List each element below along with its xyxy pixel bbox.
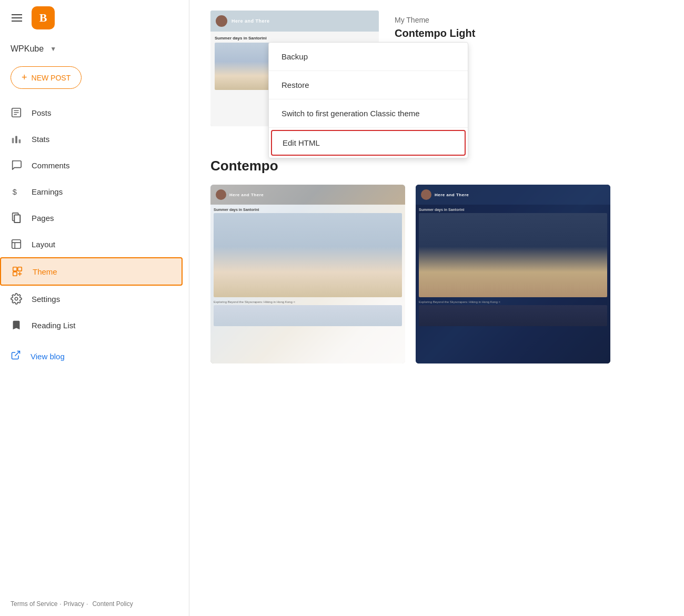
reading-list-icon xyxy=(11,319,22,331)
pages-label: Pages xyxy=(32,214,54,223)
sidebar-header: B xyxy=(0,0,189,36)
sidebar: B WPKube ▼ + NEW POST Posts Stats xyxy=(0,0,189,616)
dropdown-switch-classic[interactable]: Switch to first generation Classic theme xyxy=(269,99,468,128)
sidebar-item-layout[interactable]: Layout xyxy=(0,231,183,257)
blogger-logo-letter: B xyxy=(39,11,47,25)
dropdown-restore[interactable]: Restore xyxy=(269,71,468,99)
hamburger-menu-icon[interactable] xyxy=(8,11,25,25)
dropdown-edit-html[interactable]: Edit HTML xyxy=(271,130,466,156)
svg-rect-14 xyxy=(13,267,17,271)
blog-selector[interactable]: WPKube ▼ xyxy=(0,36,189,62)
sidebar-item-reading-list[interactable]: Reading List xyxy=(0,312,183,338)
my-theme-label: My Theme xyxy=(395,16,475,24)
layout-icon xyxy=(11,238,22,250)
settings-icon xyxy=(11,293,22,305)
theme-label: Theme xyxy=(33,267,57,276)
sidebar-item-pages[interactable]: Pages xyxy=(0,205,183,231)
svg-rect-5 xyxy=(15,136,17,144)
stats-label: Stats xyxy=(32,135,49,144)
pages-icon xyxy=(11,212,22,224)
sidebar-item-settings[interactable]: Settings xyxy=(0,286,183,312)
new-post-label: NEW POST xyxy=(32,74,71,82)
svg-rect-9 xyxy=(14,215,20,223)
stats-icon xyxy=(11,133,22,145)
content-policy-link[interactable]: Content Policy xyxy=(92,600,133,608)
blog-name: WPKube xyxy=(11,44,44,54)
svg-rect-4 xyxy=(12,138,14,143)
earnings-icon: $ xyxy=(11,186,22,197)
posts-icon xyxy=(11,107,22,118)
svg-rect-16 xyxy=(18,267,22,271)
sidebar-item-theme[interactable]: Theme xyxy=(0,257,183,286)
privacy-link[interactable]: Privacy xyxy=(64,600,84,608)
blog-dropdown-arrow-icon: ▼ xyxy=(50,45,56,53)
settings-label: Settings xyxy=(32,295,60,304)
comments-icon xyxy=(11,159,22,171)
main-content: Here and There Summer days in Santorini … xyxy=(189,0,684,616)
sidebar-nav: Posts Stats Comments $ Earnings xyxy=(0,99,189,338)
theme-grid: Here and There Summer days in Santorini … xyxy=(210,185,663,363)
view-blog-link[interactable]: View blog xyxy=(0,342,189,370)
svg-point-17 xyxy=(15,297,18,300)
sidebar-item-stats[interactable]: Stats xyxy=(0,126,183,152)
svg-text:$: $ xyxy=(13,188,17,196)
svg-rect-6 xyxy=(19,139,21,143)
plus-icon: + xyxy=(22,72,27,83)
sidebar-item-earnings[interactable]: $ Earnings xyxy=(0,178,183,205)
sidebar-item-posts[interactable]: Posts xyxy=(0,99,183,126)
new-post-button[interactable]: + NEW POST xyxy=(11,66,82,89)
terms-link[interactable]: Terms of Service xyxy=(11,600,57,608)
posts-label: Posts xyxy=(32,108,52,117)
my-theme-name: Contempo Light xyxy=(395,27,475,39)
my-theme-info: My Theme Contempo Light xyxy=(395,11,475,39)
reading-list-label: Reading List xyxy=(32,321,75,330)
comments-label: Comments xyxy=(32,161,70,170)
contempo-dark-card[interactable]: Here and There Summer days in Santorini … xyxy=(416,185,610,363)
contempo-section-title: Contempo xyxy=(210,158,663,174)
my-theme-preview: Here and There Summer days in Santorini … xyxy=(210,11,379,137)
blogger-logo: B xyxy=(32,6,55,29)
dropdown-backup[interactable]: Backup xyxy=(269,43,468,71)
sidebar-footer: Terms of Service · Privacy · Content Pol… xyxy=(0,592,189,616)
theme-icon xyxy=(12,266,23,277)
external-link-icon xyxy=(11,350,21,363)
contempo-light-card[interactable]: Here and There Summer days in Santorini … xyxy=(210,185,405,363)
svg-rect-15 xyxy=(13,272,17,276)
contempo-section: Contempo Here and There Summer days in S… xyxy=(210,158,663,363)
sidebar-item-comments[interactable]: Comments xyxy=(0,152,183,178)
earnings-label: Earnings xyxy=(32,187,63,196)
view-blog-label: View blog xyxy=(31,352,65,361)
svg-rect-11 xyxy=(12,240,21,249)
svg-line-18 xyxy=(15,351,19,356)
my-theme-section: Here and There Summer days in Santorini … xyxy=(210,11,663,137)
theme-dropdown-menu: Backup Restore Switch to first generatio… xyxy=(268,42,468,158)
layout-label: Layout xyxy=(32,240,55,249)
